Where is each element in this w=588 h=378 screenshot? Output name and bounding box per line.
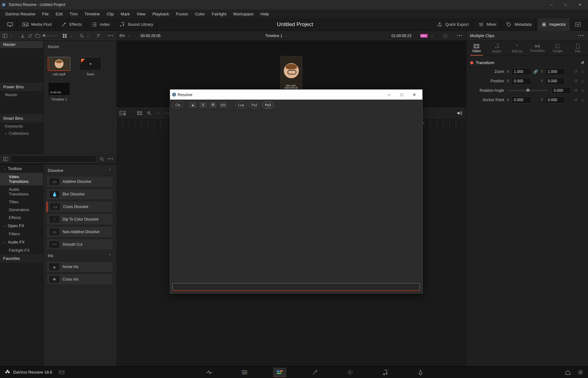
anchor-y-input[interactable]: 0.000 (546, 96, 565, 103)
fx-arrow-iris[interactable]: ▲Arrow Iris (47, 261, 113, 272)
menu-edit[interactable]: Edit (52, 10, 66, 18)
page-fusion[interactable] (308, 368, 321, 377)
fx-dip-to-color[interactable]: ⁘Dip To Color Dissolve (47, 214, 113, 225)
tab-effects[interactable]: Effects (507, 41, 527, 56)
cls-button[interactable]: Cls (173, 101, 183, 108)
info-icon[interactable]: ℹ (199, 101, 207, 108)
smart-bins-header[interactable]: Smart Bins (0, 114, 43, 123)
reset-icon[interactable]: ↺ (573, 69, 579, 74)
import-icon[interactable] (20, 33, 25, 39)
fullscreen-toggle[interactable] (3, 18, 17, 31)
anchor-x-input[interactable]: 0.000 (512, 96, 531, 103)
pos-y-input[interactable]: 0.000 (546, 78, 565, 85)
layout-dropdown[interactable]: ⌄ (10, 34, 13, 37)
close-button[interactable]: ✕ (573, 0, 587, 9)
power-bin-master[interactable]: Master (0, 91, 43, 98)
warning-icon[interactable]: ▲ (189, 101, 197, 108)
cat-generators[interactable]: Generators (0, 206, 43, 214)
bypass-grades-icon[interactable] (442, 33, 448, 39)
tab-file[interactable]: File (568, 41, 588, 56)
gear-icon[interactable] (577, 369, 584, 375)
zoom-dropdown[interactable]: ⌄ (128, 34, 130, 37)
tab-transition[interactable]: Transition (527, 41, 548, 56)
timeline-view-options-icon[interactable] (119, 110, 126, 116)
sort-icon[interactable] (96, 33, 101, 39)
reset-icon[interactable]: ↺ (573, 98, 579, 102)
group-iris[interactable]: Iris⌃ (45, 251, 114, 260)
fx-additive-dissolve[interactable]: ▭Additive Dissolve (47, 176, 113, 187)
maximize-button[interactable]: □ (395, 92, 408, 97)
console-titlebar[interactable]: Resolve ─ □ ✕ (170, 90, 422, 100)
page-media[interactable] (203, 368, 216, 377)
menu-trim[interactable]: Trim (66, 10, 81, 18)
bin-root[interactable]: Master (0, 41, 43, 48)
page-cut[interactable] (238, 368, 251, 377)
console-output[interactable] (170, 110, 422, 281)
cat-audio-transitions[interactable]: Audio Transitions (0, 185, 43, 198)
panel-layout-icon[interactable] (3, 156, 9, 162)
py3-button[interactable]: Py3 (262, 101, 274, 108)
maximize-button[interactable]: □ (558, 0, 573, 9)
menu-davinci[interactable]: DaVinci Resolve (2, 10, 39, 18)
reset-icon[interactable]: ↺ (573, 88, 579, 93)
inspector-toggle[interactable]: Inspector (537, 18, 570, 31)
viewer-timecode[interactable]: 01:00:05:23 (392, 34, 411, 38)
menu-timeline[interactable]: Timeline (81, 10, 103, 18)
menu-mark[interactable]: Mark (117, 10, 133, 18)
fx-blur-dissolve[interactable]: 💧Blur Dissolve (47, 189, 113, 200)
page-deliver[interactable] (414, 368, 427, 377)
minimize-button[interactable]: ─ (383, 92, 395, 97)
smart-bin-collections[interactable]: Collections (0, 130, 43, 137)
thumb-size-slider[interactable] (43, 35, 58, 36)
minimize-button[interactable]: ─ (544, 0, 558, 9)
expand-panel-button[interactable] (571, 18, 585, 31)
mixer-toggle[interactable]: Mixer (474, 18, 501, 31)
minus-icon[interactable]: − (155, 110, 162, 116)
pos-x-input[interactable]: 0.000 (512, 78, 531, 85)
bin-grid[interactable]: Master rob.mp4 ✦ Text+ Timeline 1 (43, 41, 116, 154)
stacked-view-icon[interactable] (136, 110, 143, 116)
media-pool-toggle[interactable]: Media Pool (19, 18, 56, 31)
cat-filters[interactable]: Filters (0, 230, 43, 238)
search-icon[interactable] (79, 33, 84, 39)
volume-icon[interactable] (457, 110, 463, 116)
bin-timeline[interactable]: Timeline 1 (47, 82, 72, 101)
lua-button[interactable]: Lua (235, 101, 247, 108)
proxy-badge[interactable]: PXY (420, 34, 428, 38)
page-fairlight[interactable] (379, 368, 392, 377)
index-toggle[interactable]: Index (87, 18, 114, 31)
menu-fairlight[interactable]: Fairlight (208, 10, 230, 18)
cat-openfx[interactable]: Open FX (0, 222, 43, 230)
menu-view[interactable]: View (133, 10, 149, 18)
bin-clip-rob[interactable]: rob.mp4 (47, 57, 72, 76)
bin-clip-textplus[interactable]: ✦ Text+ (78, 57, 103, 76)
timeline-dropdown[interactable]: ⌄ (284, 34, 287, 37)
search-icon[interactable] (99, 156, 105, 162)
cat-effects[interactable]: Effects (0, 214, 43, 222)
effects-toggle[interactable]: Effects (57, 18, 86, 31)
sound-library-toggle[interactable]: Sound Library (115, 18, 157, 31)
more-options-icon[interactable]: ••• (578, 33, 584, 39)
project-manager-icon[interactable] (58, 369, 65, 375)
console-window[interactable]: Resolve ─ □ ✕ Cls ▲ ℹ ⚙ </> Lua Py2 Py3 (170, 89, 423, 293)
keyframe-icon[interactable]: ◇ (580, 79, 585, 83)
tab-audio[interactable]: Audio (487, 41, 507, 56)
py2-button[interactable]: Py2 (249, 101, 260, 108)
menu-fusion[interactable]: Fusion (173, 10, 192, 18)
menu-clip[interactable]: Clip (103, 10, 117, 18)
rotation-input[interactable]: 0.000 (552, 87, 571, 94)
group-dissolve[interactable]: Dissolve⌃ (45, 166, 114, 175)
console-input[interactable] (173, 283, 420, 291)
reset-icon[interactable]: ↺ (581, 60, 584, 65)
menu-playback[interactable]: Playback (149, 10, 173, 18)
cat-video-transitions[interactable]: Video Transitions (0, 173, 43, 185)
menu-color[interactable]: Color (192, 10, 208, 18)
bin-layout-icon[interactable] (3, 33, 8, 39)
more-options-icon[interactable]: ••• (457, 33, 463, 39)
gear-icon[interactable]: ⚙ (209, 101, 217, 108)
fx-cross-iris[interactable]: ✚Cross Iris (47, 274, 113, 285)
more-options-icon[interactable]: ••• (107, 156, 114, 162)
zoom-out-icon[interactable] (146, 110, 152, 116)
power-bins-header[interactable]: Power Bins (0, 83, 43, 91)
transform-header[interactable]: Transform ↺ (470, 58, 585, 67)
